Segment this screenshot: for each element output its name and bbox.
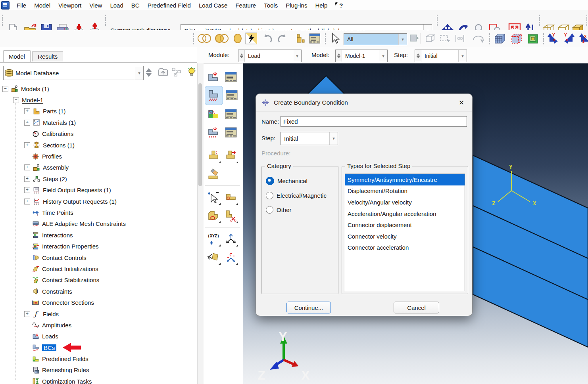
query-lightning-icon[interactable] bbox=[245, 32, 257, 44]
spinner-icon[interactable] bbox=[336, 50, 342, 62]
create-datum-point-button[interactable]: (XYZ) bbox=[205, 230, 222, 248]
tree-spinner[interactable] bbox=[146, 68, 152, 77]
tree-item-assembly[interactable]: + Assembly bbox=[0, 162, 197, 173]
tree-item-field-output[interactable]: + Field Output Requests (1) bbox=[0, 185, 197, 196]
tree-item-contact-initializations[interactable]: Contact Initializations bbox=[0, 263, 197, 274]
expand-icon[interactable]: + bbox=[24, 187, 30, 193]
instance-links-icon[interactable] bbox=[171, 67, 182, 77]
create-datum-csys-button[interactable] bbox=[222, 230, 240, 248]
continue-button[interactable]: Continue... bbox=[286, 302, 331, 313]
expand-icon[interactable]: + bbox=[24, 311, 30, 317]
cancel-button[interactable]: Cancel bbox=[394, 302, 439, 313]
create-fastener-button[interactable] bbox=[205, 147, 222, 165]
radio-selected-icon[interactable] bbox=[266, 177, 274, 185]
spinner-icon[interactable] bbox=[238, 50, 245, 62]
undo-icon[interactable] bbox=[262, 33, 273, 44]
tab-results[interactable]: Results bbox=[32, 51, 63, 61]
list-item[interactable]: Connector acceleration bbox=[345, 242, 465, 254]
tree-item-constraints[interactable]: Constraints bbox=[0, 286, 197, 297]
mesh-display-icon[interactable] bbox=[494, 32, 506, 44]
expand-icon[interactable]: + bbox=[24, 199, 30, 204]
tree-item-optimization-tasks[interactable]: Optimization Tasks bbox=[0, 376, 197, 384]
radio-icon[interactable] bbox=[266, 192, 273, 199]
chevron-down-icon[interactable]: ▾ bbox=[398, 34, 407, 45]
chevron-down-icon[interactable]: ▾ bbox=[135, 66, 143, 80]
chevron-down-icon[interactable]: ▾ bbox=[293, 50, 301, 62]
collapse-icon[interactable]: − bbox=[2, 86, 8, 92]
delete-feature-button[interactable] bbox=[205, 165, 222, 183]
tree-item-parts[interactable]: + Parts (1) bbox=[0, 106, 197, 117]
toolbar-grip[interactable] bbox=[539, 14, 540, 26]
selection-scope-combo[interactable]: All ▾ bbox=[344, 33, 407, 45]
create-surface-button[interactable] bbox=[205, 206, 222, 225]
tree-item-model-1[interactable]: − Model-1 bbox=[0, 94, 197, 105]
menu-viewport[interactable]: Viewport bbox=[54, 1, 85, 10]
selection-filter-icon[interactable] bbox=[425, 33, 436, 44]
toolbar-grip[interactable] bbox=[543, 33, 544, 45]
tree-item-ale-constraints[interactable]: ALE Adaptive Mesh Constraints bbox=[0, 218, 197, 229]
tree-item-amplitudes[interactable]: Amplitudes bbox=[0, 319, 197, 331]
radio-mechanical[interactable]: Mechanical bbox=[266, 177, 338, 185]
list-item[interactable]: Velocity/Angular velocity bbox=[345, 197, 465, 208]
display-group-icon[interactable] bbox=[527, 32, 540, 44]
list-item[interactable]: Connector velocity bbox=[345, 231, 465, 242]
collapse-icon[interactable]: − bbox=[13, 97, 19, 103]
toolbar-grip[interactable] bbox=[2, 14, 3, 26]
manager-table-icon[interactable] bbox=[309, 33, 321, 44]
tree-item-predefined-fields[interactable]: Predefined Fields bbox=[0, 353, 197, 364]
measure-icon[interactable] bbox=[454, 33, 466, 44]
menu-model[interactable]: Model bbox=[30, 1, 54, 10]
drag-shape-icon[interactable] bbox=[439, 33, 451, 44]
replace-selected-icon[interactable] bbox=[409, 33, 419, 44]
tree-item-time-points[interactable]: t Time Points bbox=[0, 207, 197, 218]
boolean-union-icon[interactable] bbox=[197, 33, 212, 44]
regenerate-icon[interactable] bbox=[296, 33, 307, 44]
toolbar-grip[interactable] bbox=[489, 33, 490, 45]
tree-scrollbar[interactable] bbox=[197, 63, 204, 384]
list-item[interactable]: Acceleration/Angular acceleration bbox=[345, 208, 465, 220]
menu-tools[interactable]: Tools bbox=[260, 1, 282, 10]
tab-model[interactable]: Model bbox=[3, 50, 31, 62]
scrollbar-thumb[interactable] bbox=[198, 83, 202, 186]
list-item[interactable]: Connector displacement bbox=[345, 219, 465, 231]
menu-load[interactable]: Load bbox=[106, 1, 127, 10]
tree-item-profiles[interactable]: Profiles bbox=[0, 151, 197, 162]
bc-manager-button[interactable] bbox=[223, 86, 240, 104]
module-combo[interactable]: Load ▾ bbox=[238, 50, 302, 62]
create-wire-feature-button[interactable] bbox=[222, 147, 240, 165]
toolbar-grip[interactable] bbox=[105, 14, 106, 26]
tree-item-contact-stabilizations[interactable]: Contact Stabilizations bbox=[0, 275, 197, 286]
create-boundary-condition-button[interactable] bbox=[205, 86, 223, 105]
dialog-titlebar[interactable]: Create Boundary Condition ✕ bbox=[256, 94, 472, 112]
load-manager-button[interactable] bbox=[222, 68, 240, 86]
expand-icon[interactable]: + bbox=[24, 164, 30, 170]
create-load-case-button[interactable] bbox=[205, 123, 222, 141]
toolbar-grip[interactable] bbox=[193, 33, 194, 45]
create-load-button[interactable] bbox=[205, 68, 222, 86]
create-datum-plane-button[interactable] bbox=[205, 248, 222, 266]
menu-feature[interactable]: Feature bbox=[231, 1, 260, 10]
menu-help[interactable]: Help bbox=[311, 1, 331, 10]
boolean-intersect-icon[interactable] bbox=[214, 33, 229, 44]
tree-item-bcs[interactable]: BCs bbox=[0, 342, 197, 353]
expand-icon[interactable]: + bbox=[24, 108, 30, 114]
tree-item-materials[interactable]: + ε Materials (1) bbox=[0, 117, 197, 128]
virtual-topology-icon[interactable] bbox=[510, 32, 523, 44]
boolean-merge-icon[interactable] bbox=[233, 33, 243, 44]
model-database-combo[interactable]: Model Database ▾ bbox=[3, 66, 144, 80]
bc-types-listbox[interactable]: Symmetry/Antisymmetry/Encastre Displacem… bbox=[345, 174, 465, 291]
tree-item-interactions[interactable]: Interactions bbox=[0, 229, 197, 241]
tree-item-models[interactable]: − Models (1) bbox=[0, 83, 197, 94]
tree-item-loads[interactable]: Loads bbox=[0, 331, 197, 342]
folder-up-icon[interactable] bbox=[158, 67, 168, 77]
menu-load-case[interactable]: Load Case bbox=[195, 1, 232, 10]
menu-view[interactable]: View bbox=[85, 1, 106, 10]
chevron-down-icon[interactable]: ▾ bbox=[379, 50, 387, 62]
expand-icon[interactable]: + bbox=[24, 176, 30, 182]
menu-predefined-field[interactable]: Predefined Field bbox=[144, 1, 195, 10]
close-icon[interactable]: ✕ bbox=[456, 99, 467, 107]
tree-item-connector-sections[interactable]: Connector Sections bbox=[0, 297, 197, 308]
chevron-down-icon[interactable]: ▾ bbox=[458, 50, 467, 62]
edit-datum-csys-button[interactable] bbox=[222, 248, 240, 266]
step-combo[interactable]: Initial ▾ bbox=[415, 50, 467, 62]
